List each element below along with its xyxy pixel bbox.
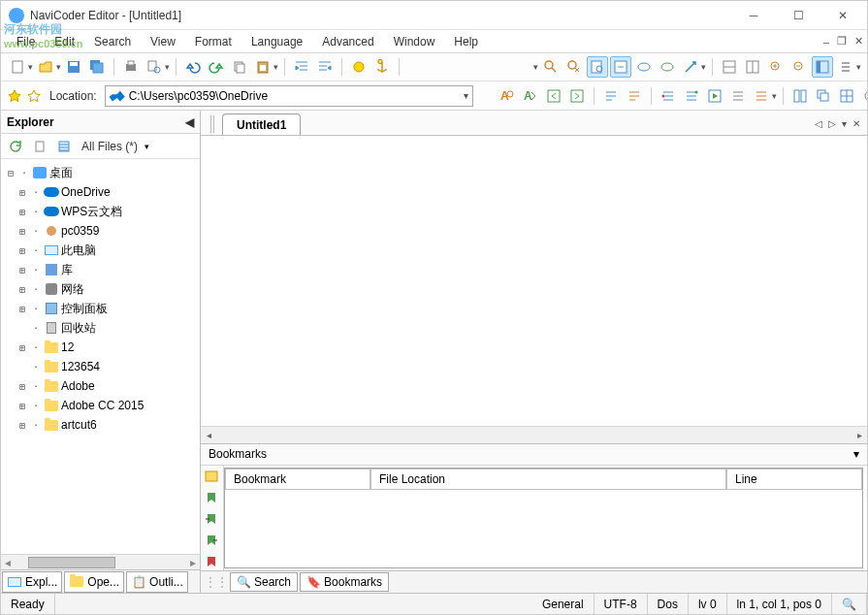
window-grid-button[interactable] (836, 85, 857, 107)
col-bookmark[interactable]: Bookmark (225, 469, 370, 490)
split-h-button[interactable] (719, 56, 740, 78)
location-combo[interactable]: ▾ (105, 85, 473, 107)
favorite-button[interactable] (7, 85, 22, 107)
status-search-icon[interactable]: 🔍 (832, 594, 867, 614)
tab-next-button[interactable]: ▷ (825, 118, 839, 129)
status-encoding[interactable]: UTF-8 (595, 594, 648, 614)
tab-close-button[interactable]: ✕ (850, 118, 863, 129)
filter-label[interactable]: All Files (*) (81, 140, 138, 153)
tree-item[interactable]: ·回收站 (3, 318, 198, 338)
col-file-location[interactable]: File Location (370, 469, 726, 490)
bookmarks-collapse-button[interactable]: ▾ (853, 447, 859, 461)
mdi-close-button[interactable]: ✕ (851, 35, 867, 48)
scheme-dropdown[interactable]: ▾ (533, 62, 538, 72)
bm-next-button[interactable] (204, 512, 221, 528)
menu-edit[interactable]: Edit (45, 32, 84, 51)
tab-menu-button[interactable]: ▾ (839, 118, 850, 129)
tree-item[interactable]: ⊞·库 (3, 260, 198, 279)
view-mode-button[interactable] (53, 136, 75, 157)
new-file-button[interactable] (7, 56, 28, 78)
view-dropdown-icon[interactable]: ▾ (856, 62, 861, 72)
menu-help[interactable]: Help (444, 32, 488, 51)
macro-dropdown-icon[interactable]: ▾ (772, 91, 777, 101)
comment-button[interactable] (600, 85, 622, 107)
tree-item[interactable]: ⊞·WPS云文档 (3, 202, 198, 221)
bottom-tabs-grip[interactable]: ⋮⋮ (205, 575, 228, 589)
find-next-button[interactable] (563, 56, 585, 78)
open-dropdown-icon[interactable]: ▾ (56, 62, 61, 72)
menu-file[interactable]: File (7, 32, 45, 51)
run-button[interactable] (704, 85, 725, 107)
tree-item[interactable]: ⊞·artcut6 (3, 415, 198, 435)
zoom-out-button[interactable] (788, 56, 810, 78)
location-dropdown-icon[interactable]: ▾ (464, 90, 468, 101)
window-cascade-button[interactable] (813, 85, 834, 107)
tree-item[interactable]: ⊞·控制面板 (3, 299, 198, 318)
print-dropdown-icon[interactable]: ▾ (165, 62, 170, 72)
menu-format[interactable]: Format (185, 32, 241, 51)
tabstrip-grip[interactable] (210, 115, 216, 133)
goto-button[interactable] (633, 56, 655, 78)
save-button[interactable] (63, 56, 84, 78)
tab-bookmarks[interactable]: 🔖Bookmarks (300, 572, 389, 592)
mark-button[interactable] (680, 56, 701, 78)
close-button[interactable]: ✕ (820, 2, 865, 29)
file-tab[interactable]: Untitled1 (222, 113, 301, 135)
menu-language[interactable]: Language (241, 32, 312, 51)
editor-h-scrollbar[interactable]: ◂▸ (201, 426, 867, 443)
maximize-button[interactable]: ☐ (776, 2, 820, 29)
paste-button[interactable] (252, 56, 273, 78)
explorer-scrollbar[interactable]: ◂ ▸ (1, 554, 200, 569)
new-doc-button[interactable] (29, 136, 50, 157)
paste-dropdown-icon[interactable]: ▾ (273, 62, 278, 72)
nav-forward-button[interactable] (566, 85, 588, 107)
bookmark-button[interactable] (348, 56, 370, 78)
bm-add-button[interactable] (204, 491, 221, 506)
print-button[interactable] (120, 56, 142, 78)
format-button[interactable] (658, 85, 679, 107)
mdi-restore-button[interactable]: ❐ (833, 35, 851, 48)
tab-prev-button[interactable]: ◁ (812, 118, 825, 129)
print-preview-button[interactable] (144, 56, 165, 78)
sort-button[interactable] (681, 85, 702, 107)
favorite-add-button[interactable] (26, 85, 42, 107)
minimize-button[interactable]: ─ (731, 2, 776, 29)
menu-advanced[interactable]: Advanced (312, 32, 383, 51)
zoom-in-button[interactable] (765, 56, 787, 78)
menu-window[interactable]: Window (384, 32, 445, 51)
window-tile-button[interactable] (789, 85, 811, 107)
macro-button[interactable] (751, 85, 772, 107)
tree-item[interactable]: ⊞·此电脑 (3, 241, 198, 260)
find-in-files-button[interactable] (587, 56, 608, 78)
replace-selection-button[interactable]: A (520, 85, 541, 107)
tree-item[interactable]: ⊞·Adobe (3, 376, 198, 396)
tree-root[interactable]: ⊟· 桌面 (3, 163, 198, 182)
file-tree[interactable]: ⊟· 桌面 ⊞·OneDrive⊞·WPS云文档⊞·pc0359⊞·此电脑⊞·库… (1, 159, 200, 554)
tab-open[interactable]: Ope... (64, 571, 124, 593)
bm-toggle-button[interactable] (204, 469, 221, 485)
uncomment-button[interactable] (624, 85, 645, 107)
tree-item[interactable]: ⊞·pc0359 (3, 221, 198, 241)
bm-clear-button[interactable] (204, 555, 221, 570)
tab-search[interactable]: 🔍Search (230, 572, 298, 592)
find-selection-button[interactable]: A (497, 85, 518, 107)
copy-button[interactable] (229, 56, 250, 78)
redo-button[interactable] (206, 56, 227, 78)
settings-button[interactable] (859, 85, 868, 107)
replace-button[interactable] (610, 56, 631, 78)
tab-explorer[interactable]: Expl... (2, 571, 62, 593)
tab-outline[interactable]: 📋Outli... (126, 571, 188, 593)
tree-item[interactable]: ⊞·12 (3, 338, 198, 357)
text-editor[interactable] (201, 136, 867, 426)
col-line[interactable]: Line (726, 469, 862, 490)
anchor-button[interactable] (371, 56, 393, 78)
tree-item[interactable]: ·123654 (3, 357, 198, 376)
save-all-button[interactable] (86, 56, 108, 78)
status-general[interactable]: General (532, 594, 595, 614)
menu-view[interactable]: View (141, 32, 185, 51)
location-input[interactable] (129, 89, 464, 103)
new-dropdown-icon[interactable]: ▾ (28, 62, 33, 72)
indent-button[interactable] (291, 56, 312, 78)
find-button[interactable] (540, 56, 562, 78)
toggle-panel-button[interactable] (812, 56, 833, 78)
